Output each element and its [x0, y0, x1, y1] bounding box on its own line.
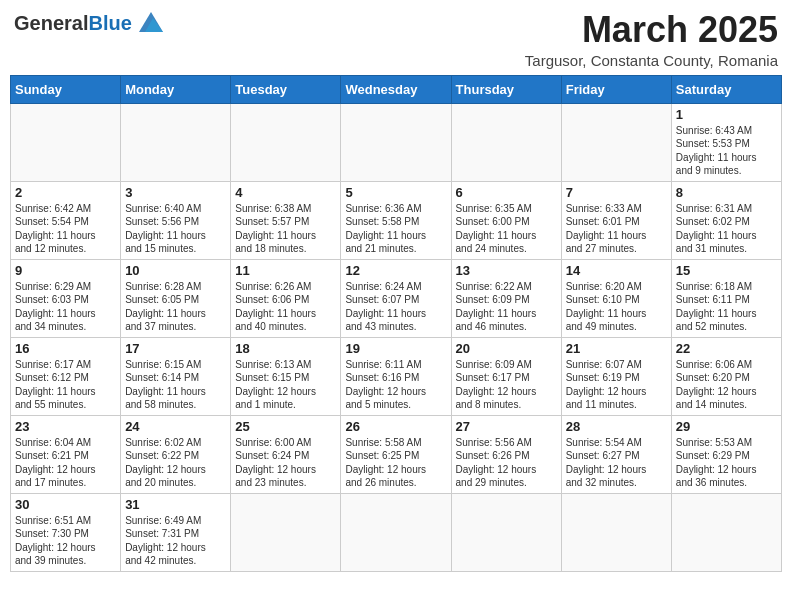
calendar-cell: 19Sunrise: 6:11 AM Sunset: 6:16 PM Dayli… [341, 337, 451, 415]
calendar-cell [121, 103, 231, 181]
location-subtitle: Targusor, Constanta County, Romania [525, 52, 778, 69]
calendar-week-3: 16Sunrise: 6:17 AM Sunset: 6:12 PM Dayli… [11, 337, 782, 415]
calendar-cell: 14Sunrise: 6:20 AM Sunset: 6:10 PM Dayli… [561, 259, 671, 337]
calendar-week-2: 9Sunrise: 6:29 AM Sunset: 6:03 PM Daylig… [11, 259, 782, 337]
day-number: 24 [125, 419, 226, 434]
general-text: General [14, 12, 88, 34]
day-number: 28 [566, 419, 667, 434]
calendar-cell: 23Sunrise: 6:04 AM Sunset: 6:21 PM Dayli… [11, 415, 121, 493]
calendar-cell: 18Sunrise: 6:13 AM Sunset: 6:15 PM Dayli… [231, 337, 341, 415]
calendar-cell: 9Sunrise: 6:29 AM Sunset: 6:03 PM Daylig… [11, 259, 121, 337]
day-number: 14 [566, 263, 667, 278]
day-info: Sunrise: 6:31 AM Sunset: 6:02 PM Dayligh… [676, 202, 777, 256]
page-header: GeneralBlue March 2025 Targusor, Constan… [10, 10, 782, 69]
calendar-cell [341, 493, 451, 571]
calendar-cell: 1Sunrise: 6:43 AM Sunset: 5:53 PM Daylig… [671, 103, 781, 181]
day-number: 7 [566, 185, 667, 200]
calendar-cell: 17Sunrise: 6:15 AM Sunset: 6:14 PM Dayli… [121, 337, 231, 415]
day-info: Sunrise: 6:51 AM Sunset: 7:30 PM Dayligh… [15, 514, 116, 568]
weekday-header-monday: Monday [121, 75, 231, 103]
day-info: Sunrise: 6:11 AM Sunset: 6:16 PM Dayligh… [345, 358, 446, 412]
day-info: Sunrise: 6:20 AM Sunset: 6:10 PM Dayligh… [566, 280, 667, 334]
calendar-cell: 13Sunrise: 6:22 AM Sunset: 6:09 PM Dayli… [451, 259, 561, 337]
weekday-header-sunday: Sunday [11, 75, 121, 103]
day-number: 26 [345, 419, 446, 434]
calendar-cell [341, 103, 451, 181]
calendar-cell: 20Sunrise: 6:09 AM Sunset: 6:17 PM Dayli… [451, 337, 561, 415]
weekday-header-thursday: Thursday [451, 75, 561, 103]
logo-text: GeneralBlue [14, 12, 132, 35]
day-info: Sunrise: 6:17 AM Sunset: 6:12 PM Dayligh… [15, 358, 116, 412]
calendar-cell: 8Sunrise: 6:31 AM Sunset: 6:02 PM Daylig… [671, 181, 781, 259]
calendar-cell [451, 493, 561, 571]
weekday-header-saturday: Saturday [671, 75, 781, 103]
calendar-cell [11, 103, 121, 181]
calendar-cell: 7Sunrise: 6:33 AM Sunset: 6:01 PM Daylig… [561, 181, 671, 259]
day-info: Sunrise: 6:28 AM Sunset: 6:05 PM Dayligh… [125, 280, 226, 334]
day-number: 31 [125, 497, 226, 512]
logo: GeneralBlue [14, 10, 167, 36]
calendar-cell: 12Sunrise: 6:24 AM Sunset: 6:07 PM Dayli… [341, 259, 451, 337]
day-info: Sunrise: 6:29 AM Sunset: 6:03 PM Dayligh… [15, 280, 116, 334]
day-number: 6 [456, 185, 557, 200]
day-number: 15 [676, 263, 777, 278]
calendar-week-1: 2Sunrise: 6:42 AM Sunset: 5:54 PM Daylig… [11, 181, 782, 259]
day-info: Sunrise: 6:33 AM Sunset: 6:01 PM Dayligh… [566, 202, 667, 256]
calendar-cell [231, 493, 341, 571]
day-info: Sunrise: 6:49 AM Sunset: 7:31 PM Dayligh… [125, 514, 226, 568]
day-info: Sunrise: 5:56 AM Sunset: 6:26 PM Dayligh… [456, 436, 557, 490]
day-number: 3 [125, 185, 226, 200]
day-info: Sunrise: 5:58 AM Sunset: 6:25 PM Dayligh… [345, 436, 446, 490]
day-number: 11 [235, 263, 336, 278]
day-number: 25 [235, 419, 336, 434]
day-info: Sunrise: 6:35 AM Sunset: 6:00 PM Dayligh… [456, 202, 557, 256]
day-number: 23 [15, 419, 116, 434]
calendar-cell [561, 103, 671, 181]
day-number: 9 [15, 263, 116, 278]
day-number: 19 [345, 341, 446, 356]
calendar-cell: 31Sunrise: 6:49 AM Sunset: 7:31 PM Dayli… [121, 493, 231, 571]
calendar-cell: 21Sunrise: 6:07 AM Sunset: 6:19 PM Dayli… [561, 337, 671, 415]
calendar-cell: 6Sunrise: 6:35 AM Sunset: 6:00 PM Daylig… [451, 181, 561, 259]
calendar-cell: 4Sunrise: 6:38 AM Sunset: 5:57 PM Daylig… [231, 181, 341, 259]
calendar-cell: 30Sunrise: 6:51 AM Sunset: 7:30 PM Dayli… [11, 493, 121, 571]
day-info: Sunrise: 6:09 AM Sunset: 6:17 PM Dayligh… [456, 358, 557, 412]
day-number: 5 [345, 185, 446, 200]
day-info: Sunrise: 6:36 AM Sunset: 5:58 PM Dayligh… [345, 202, 446, 256]
calendar-cell [561, 493, 671, 571]
day-info: Sunrise: 6:07 AM Sunset: 6:19 PM Dayligh… [566, 358, 667, 412]
calendar-cell: 10Sunrise: 6:28 AM Sunset: 6:05 PM Dayli… [121, 259, 231, 337]
day-info: Sunrise: 6:40 AM Sunset: 5:56 PM Dayligh… [125, 202, 226, 256]
day-info: Sunrise: 6:22 AM Sunset: 6:09 PM Dayligh… [456, 280, 557, 334]
calendar-cell [671, 493, 781, 571]
calendar-table: SundayMondayTuesdayWednesdayThursdayFrid… [10, 75, 782, 572]
day-number: 29 [676, 419, 777, 434]
day-number: 1 [676, 107, 777, 122]
calendar-cell: 3Sunrise: 6:40 AM Sunset: 5:56 PM Daylig… [121, 181, 231, 259]
weekday-header-row: SundayMondayTuesdayWednesdayThursdayFrid… [11, 75, 782, 103]
day-info: Sunrise: 6:06 AM Sunset: 6:20 PM Dayligh… [676, 358, 777, 412]
calendar-cell: 26Sunrise: 5:58 AM Sunset: 6:25 PM Dayli… [341, 415, 451, 493]
day-info: Sunrise: 6:13 AM Sunset: 6:15 PM Dayligh… [235, 358, 336, 412]
calendar-cell [231, 103, 341, 181]
day-number: 16 [15, 341, 116, 356]
logo-area: GeneralBlue [14, 10, 167, 36]
calendar-week-5: 30Sunrise: 6:51 AM Sunset: 7:30 PM Dayli… [11, 493, 782, 571]
weekday-header-tuesday: Tuesday [231, 75, 341, 103]
day-number: 18 [235, 341, 336, 356]
title-area: March 2025 Targusor, Constanta County, R… [525, 10, 778, 69]
day-info: Sunrise: 6:38 AM Sunset: 5:57 PM Dayligh… [235, 202, 336, 256]
day-number: 13 [456, 263, 557, 278]
calendar-week-0: 1Sunrise: 6:43 AM Sunset: 5:53 PM Daylig… [11, 103, 782, 181]
day-number: 20 [456, 341, 557, 356]
day-number: 2 [15, 185, 116, 200]
day-number: 30 [15, 497, 116, 512]
day-info: Sunrise: 6:26 AM Sunset: 6:06 PM Dayligh… [235, 280, 336, 334]
calendar-cell: 2Sunrise: 6:42 AM Sunset: 5:54 PM Daylig… [11, 181, 121, 259]
day-info: Sunrise: 6:04 AM Sunset: 6:21 PM Dayligh… [15, 436, 116, 490]
day-info: Sunrise: 6:42 AM Sunset: 5:54 PM Dayligh… [15, 202, 116, 256]
calendar-cell: 22Sunrise: 6:06 AM Sunset: 6:20 PM Dayli… [671, 337, 781, 415]
day-info: Sunrise: 6:24 AM Sunset: 6:07 PM Dayligh… [345, 280, 446, 334]
calendar-cell: 15Sunrise: 6:18 AM Sunset: 6:11 PM Dayli… [671, 259, 781, 337]
logo-icon [135, 8, 167, 36]
